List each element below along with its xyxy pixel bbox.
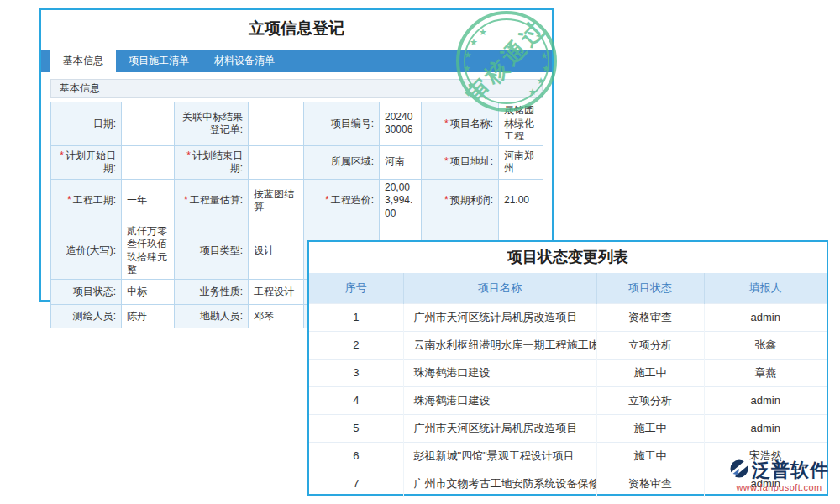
required-asterisk: * bbox=[67, 194, 71, 206]
project-no-field[interactable]: 2024030006 bbox=[380, 102, 422, 146]
project-name-link[interactable]: 云南水利枢纽潜明水库一期工程施工I标 bbox=[403, 331, 596, 359]
project-name-link[interactable]: 珠海鹤港口建设 bbox=[403, 359, 596, 386]
row-no: 6 bbox=[309, 442, 403, 470]
surveyor-field[interactable]: 陈丹 bbox=[122, 304, 175, 328]
vendor-logo-text: 泛普软件 bbox=[752, 458, 829, 483]
field-label-geotechnical-staff: 地勘人员: bbox=[175, 304, 249, 328]
field-label-business-nature: 业务性质: bbox=[175, 279, 249, 304]
field-label-project-no: 项目编号: bbox=[304, 102, 380, 146]
row-status: 立项分析 bbox=[596, 386, 704, 414]
project-name-link[interactable]: 广州市天河区统计局机房改造项目 bbox=[403, 414, 596, 442]
field-label-duration: *工程工期: bbox=[51, 179, 122, 223]
field-label-project-type: 项目类型: bbox=[175, 223, 249, 279]
required-asterisk: * bbox=[325, 194, 329, 206]
project-cost-field[interactable]: 20,003,994.00 bbox=[380, 179, 422, 223]
geotechnical-staff-field[interactable]: 邓琴 bbox=[249, 304, 304, 328]
required-asterisk: * bbox=[444, 118, 449, 129]
row-no: 1 bbox=[309, 303, 403, 331]
project-name-link[interactable]: 广州市天河区统计局机房改造项目 bbox=[403, 303, 596, 331]
row-no: 5 bbox=[309, 414, 403, 442]
field-label-linked-bid-result: 关联中标结果登记单: bbox=[175, 102, 249, 146]
row-no: 4 bbox=[309, 386, 403, 414]
required-asterisk: * bbox=[444, 194, 449, 206]
row-status: 资格审查 bbox=[596, 470, 704, 497]
list-title: 项目状态变更列表 bbox=[309, 242, 827, 273]
section-header-basic-info: 基本信息 bbox=[50, 79, 543, 98]
reporter-link[interactable]: admin bbox=[704, 303, 827, 331]
project-name-link[interactable]: 珠海鹤港口建设 bbox=[403, 386, 596, 414]
column-header-project-name: 项目名称 bbox=[403, 273, 596, 303]
vendor-logo: 泛普软件 www.fanpusoft.com bbox=[729, 458, 829, 492]
required-asterisk: * bbox=[186, 150, 191, 161]
cost-in-words-field[interactable]: 贰仟万零叁仟玖佰玖拾肆元整 bbox=[122, 223, 175, 279]
column-header-status: 项目状态 bbox=[596, 273, 704, 303]
row-status: 施工中 bbox=[596, 414, 704, 442]
table-row: 5 广州市天河区统计局机房改造项目 施工中 admin bbox=[309, 414, 827, 442]
table-row: 4 珠海鹤港口建设 立项分析 admin bbox=[309, 386, 827, 414]
form-row: 日期: 关联中标结果登记单: 项目编号: 2024030006 *项目名称: 晟… bbox=[51, 102, 543, 146]
quantity-estimate-field[interactable]: 按蓝图结算 bbox=[249, 179, 304, 223]
field-label-project-status: 项目状态: bbox=[51, 279, 122, 304]
required-asterisk: * bbox=[60, 150, 64, 161]
column-header-no: 序号 bbox=[309, 273, 403, 303]
tab-basic-info[interactable]: 基本信息 bbox=[50, 50, 116, 72]
project-name-link[interactable]: 彭祖新城"四馆"景观工程设计项目 bbox=[403, 442, 596, 470]
row-status: 立项分析 bbox=[596, 331, 704, 359]
field-label-surveyor: 测绘人员: bbox=[51, 304, 122, 328]
required-asterisk: * bbox=[184, 194, 188, 206]
row-status: 资格审查 bbox=[596, 303, 704, 331]
reporter-link[interactable]: 章燕 bbox=[704, 359, 827, 386]
date-field[interactable] bbox=[122, 102, 175, 146]
reporter-link[interactable]: 张鑫 bbox=[704, 331, 827, 359]
tab-construction-list[interactable]: 项目施工清单 bbox=[116, 50, 202, 72]
linked-bid-result-field[interactable] bbox=[249, 102, 304, 146]
region-field[interactable]: 河南 bbox=[380, 145, 422, 179]
row-no: 3 bbox=[309, 359, 403, 386]
duration-field[interactable]: 一年 bbox=[122, 179, 175, 223]
row-no: 2 bbox=[309, 331, 403, 359]
reporter-link[interactable]: admin bbox=[704, 386, 827, 414]
table-row: 1 广州市天河区统计局机房改造项目 资格审查 admin bbox=[309, 303, 827, 331]
tab-material-equipment-list[interactable]: 材料设备清单 bbox=[202, 50, 287, 72]
row-no: 7 bbox=[309, 470, 403, 497]
tab-bar: 基本信息 项目施工清单 材料设备清单 bbox=[41, 50, 552, 72]
project-name-link[interactable]: 广州市文物考古工地安防系统设备保修 bbox=[403, 470, 596, 497]
plan-start-date-field[interactable] bbox=[122, 145, 175, 179]
field-label-project-name: *项目名称: bbox=[422, 102, 499, 146]
project-status-field[interactable]: 中标 bbox=[122, 279, 175, 304]
field-label-project-address: *项目地址: bbox=[422, 145, 499, 179]
row-status: 施工中 bbox=[596, 442, 704, 470]
plan-end-date-field[interactable] bbox=[249, 145, 304, 179]
vendor-logo-icon bbox=[729, 459, 749, 482]
required-asterisk: * bbox=[444, 155, 449, 167]
field-label-cost-in-words: 造价(大写): bbox=[51, 223, 122, 279]
form-row: *工程工期: 一年 *工程量估算: 按蓝图结算 *工程造价: 20,003,99… bbox=[51, 179, 543, 223]
expected-profit-field[interactable]: 21.00 bbox=[499, 179, 543, 223]
field-label-project-cost: *工程造价: bbox=[304, 179, 380, 223]
table-row: 2 云南水利枢纽潜明水库一期工程施工I标 立项分析 张鑫 bbox=[309, 331, 827, 359]
business-nature-field[interactable]: 工程设计 bbox=[249, 279, 304, 304]
reporter-link[interactable]: admin bbox=[704, 414, 827, 442]
table-row: 3 珠海鹤港口建设 施工中 章燕 bbox=[309, 359, 827, 386]
field-label-quantity-estimate: *工程量估算: bbox=[175, 179, 249, 223]
row-status: 施工中 bbox=[596, 359, 704, 386]
field-label-plan-start-date: *计划开始日期: bbox=[51, 145, 122, 179]
project-name-field[interactable]: 晟铭园林绿化工程 bbox=[499, 102, 543, 146]
project-type-field[interactable]: 设计 bbox=[249, 223, 304, 279]
vendor-url: www.fanpusoft.com bbox=[729, 482, 829, 492]
column-header-reporter: 填报人 bbox=[704, 273, 827, 303]
form-row: *计划开始日期: *计划结束日期: 所属区域: 河南 *项目地址: 河南郑州 bbox=[51, 145, 543, 179]
project-address-field[interactable]: 河南郑州 bbox=[499, 145, 543, 179]
field-label-expected-profit: *预期利润: bbox=[422, 179, 499, 223]
page-title: 立项信息登记 bbox=[41, 18, 552, 39]
field-label-plan-end-date: *计划结束日期: bbox=[175, 145, 249, 179]
table-header-row: 序号 项目名称 项目状态 填报人 bbox=[309, 273, 827, 303]
field-label-date: 日期: bbox=[51, 102, 122, 146]
field-label-region: 所属区域: bbox=[304, 145, 380, 179]
